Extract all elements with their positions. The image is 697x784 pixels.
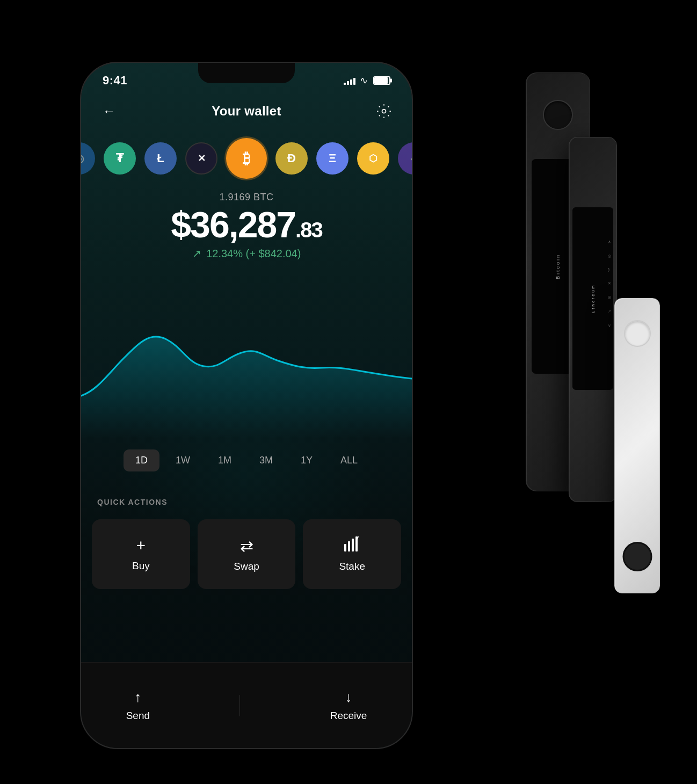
time-filter-all[interactable]: ALL <box>329 449 369 471</box>
receive-button[interactable]: ↓ Receive <box>330 689 367 722</box>
crypto-icon-partial-right[interactable]: ◈ <box>398 142 412 175</box>
crypto-icon-partial-left[interactable]: ◎ <box>81 142 95 175</box>
plus-icon: + <box>136 536 146 555</box>
bottom-bar: ↑ Send ↓ Receive <box>81 662 412 748</box>
time-filters: 1D 1W 1M 3M 1Y ALL <box>97 449 396 471</box>
gear-icon <box>376 104 391 119</box>
crypto-row: ◎ ₮ Ł ✕ ₿ Ð Ξ ⬡ ◈ <box>81 138 412 179</box>
balance-section: 1.9169 BTC $36,287.83 ↗ 12.34% (+ $842.0… <box>81 192 412 260</box>
btc-amount: 1.9169 BTC <box>81 192 412 203</box>
time-filter-1d[interactable]: 1D <box>124 449 159 471</box>
send-button[interactable]: ↑ Send <box>126 689 150 722</box>
ledger-nano-black-screen: Ethereum <box>572 207 613 390</box>
page-title: Your wallet <box>212 104 281 119</box>
quick-actions-row: + Buy ⇄ Swap <box>92 519 401 589</box>
stake-button[interactable]: Stake <box>303 519 401 589</box>
chart-svg <box>81 288 412 439</box>
status-time: 9:41 <box>103 74 127 88</box>
price-chart <box>81 288 412 439</box>
balance-change: ↗ 12.34% (+ $842.04) <box>81 247 412 260</box>
stake-label: Stake <box>339 561 365 572</box>
svg-rect-1 <box>344 544 346 551</box>
ledger-nano-white-connector <box>622 542 652 571</box>
battery-icon <box>373 76 390 85</box>
stake-icon <box>344 536 360 555</box>
status-bar: 9:41 ∿ <box>103 72 390 89</box>
quick-actions-label: QUICK ACTIONS <box>97 498 168 506</box>
crypto-icon-btc[interactable]: ₿ <box>226 138 267 179</box>
ledger-nano-black-device: Ethereum ∧ ◎ ₿ ✕ ⊞ ↗ ∨ <box>569 137 617 502</box>
ledger-bitcoin-label: Bitcoin <box>555 253 561 279</box>
crypto-icon-xrp[interactable]: ✕ <box>185 142 217 175</box>
ledger-nano-white-button[interactable] <box>624 320 651 347</box>
time-filter-1y[interactable]: 1Y <box>289 449 324 471</box>
ledger-nano-menu: ∧ ◎ ₿ ✕ ⊞ ↗ ∨ <box>608 239 611 328</box>
swap-label: Swap <box>234 561 259 572</box>
crypto-icon-bnb[interactable]: ⬡ <box>357 142 389 175</box>
divider <box>239 695 240 716</box>
settings-button[interactable] <box>372 99 396 123</box>
trend-up-icon: ↗ <box>192 247 201 260</box>
wifi-icon: ∿ <box>360 75 368 86</box>
time-filter-1m[interactable]: 1M <box>206 449 243 471</box>
svg-rect-2 <box>348 541 350 551</box>
phone: 9:41 ∿ ← <box>80 62 413 749</box>
receive-down-icon: ↓ <box>345 689 352 706</box>
svg-point-0 <box>382 110 386 113</box>
buy-label: Buy <box>132 560 150 572</box>
send-up-icon: ↑ <box>134 689 141 706</box>
usd-balance: $36,287.83 <box>81 206 412 243</box>
scene: 9:41 ∿ ← <box>53 30 644 754</box>
crypto-icon-usdt[interactable]: ₮ <box>104 142 136 175</box>
status-icons: ∿ <box>344 75 390 86</box>
svg-rect-3 <box>352 539 354 551</box>
header: ← Your wallet <box>97 99 396 123</box>
crypto-icon-doge[interactable]: Ð <box>275 142 308 175</box>
time-filter-1w[interactable]: 1W <box>164 449 202 471</box>
crypto-icon-ltc[interactable]: Ł <box>144 142 177 175</box>
receive-label: Receive <box>330 710 367 722</box>
swap-icon: ⇄ <box>240 536 253 555</box>
ledger-nano-white-device <box>614 298 660 593</box>
ledger-ethereum-label: Ethereum <box>591 284 595 313</box>
ledger-tall-button[interactable] <box>543 100 573 130</box>
swap-button[interactable]: ⇄ Swap <box>198 519 296 589</box>
phone-screen: 9:41 ∿ ← <box>81 63 412 748</box>
time-filter-3m[interactable]: 3M <box>248 449 285 471</box>
signal-icon <box>344 76 355 85</box>
buy-button[interactable]: + Buy <box>92 519 190 589</box>
back-button[interactable]: ← <box>97 99 121 123</box>
crypto-icon-eth[interactable]: Ξ <box>316 142 348 175</box>
send-label: Send <box>126 710 150 722</box>
